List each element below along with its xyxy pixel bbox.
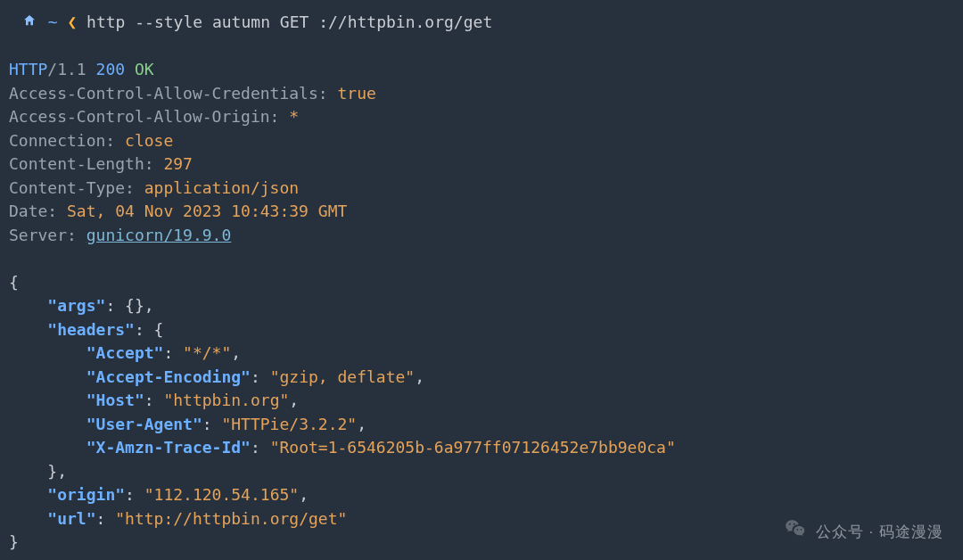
header-name: Access-Control-Allow-Origin: bbox=[9, 107, 279, 126]
terminal-window[interactable]: ~ ❮ http --style autumn GET ://httpbin.o… bbox=[0, 0, 963, 560]
json-value: {} bbox=[125, 296, 144, 315]
header-name: Content-Length: bbox=[9, 154, 154, 173]
header-name: Access-Control-Allow-Credentials: bbox=[9, 84, 328, 103]
response-version: /1.1 bbox=[47, 60, 86, 78]
json-value: "gzip, deflate" bbox=[270, 367, 416, 386]
json-value: "httpbin.org" bbox=[163, 391, 289, 409]
json-key: "headers" bbox=[47, 320, 135, 339]
header-name: Content-Type: bbox=[9, 178, 135, 197]
json-value: "HTTPie/3.2.2" bbox=[221, 415, 357, 433]
json-key: "Host" bbox=[86, 391, 144, 409]
json-key: "Accept" bbox=[86, 343, 164, 362]
json-body: { bbox=[9, 273, 19, 292]
json-key: "origin" bbox=[47, 485, 125, 504]
status-code: 200 bbox=[96, 60, 126, 78]
header-value: 297 bbox=[163, 154, 193, 173]
header-value: application/json bbox=[144, 178, 299, 197]
home-icon bbox=[22, 12, 37, 31]
json-value: "112.120.54.165" bbox=[144, 485, 299, 504]
json-key: "X-Amzn-Trace-Id" bbox=[86, 438, 251, 457]
json-value: "*/*" bbox=[183, 343, 231, 362]
prompt-chevron: ❮ bbox=[67, 12, 77, 31]
json-value: "Root=1-6546205b-6a977ff07126452e7bb9e0c… bbox=[270, 438, 676, 457]
json-key: "args" bbox=[47, 296, 105, 315]
status-text: OK bbox=[135, 60, 154, 78]
json-key: "User-Agent" bbox=[86, 415, 202, 433]
header-value: Sat, 04 Nov 2023 10:43:39 GMT bbox=[67, 202, 347, 220]
header-value: gunicorn/19.9.0 bbox=[86, 226, 232, 244]
json-value: "http://httpbin.org/get" bbox=[115, 509, 347, 528]
command-input[interactable]: http --style autumn GET ://httpbin.org/g… bbox=[86, 12, 492, 31]
header-name: Server: bbox=[9, 226, 77, 244]
json-key: "Accept-Encoding" bbox=[86, 367, 251, 386]
header-value: * bbox=[289, 107, 299, 126]
prompt-cwd: ~ bbox=[48, 12, 58, 31]
response-headers: Access-Control-Allow-Credentials: true A… bbox=[9, 84, 376, 244]
header-value: true bbox=[337, 84, 375, 103]
response-protocol: HTTP bbox=[9, 60, 47, 78]
json-headers-block: "Accept": "*/*", "Accept-Encoding": "gzi… bbox=[9, 343, 676, 457]
header-value: close bbox=[125, 131, 173, 150]
json-key: "url" bbox=[47, 509, 95, 528]
header-name: Connection: bbox=[9, 131, 115, 150]
header-name: Date: bbox=[9, 202, 57, 220]
